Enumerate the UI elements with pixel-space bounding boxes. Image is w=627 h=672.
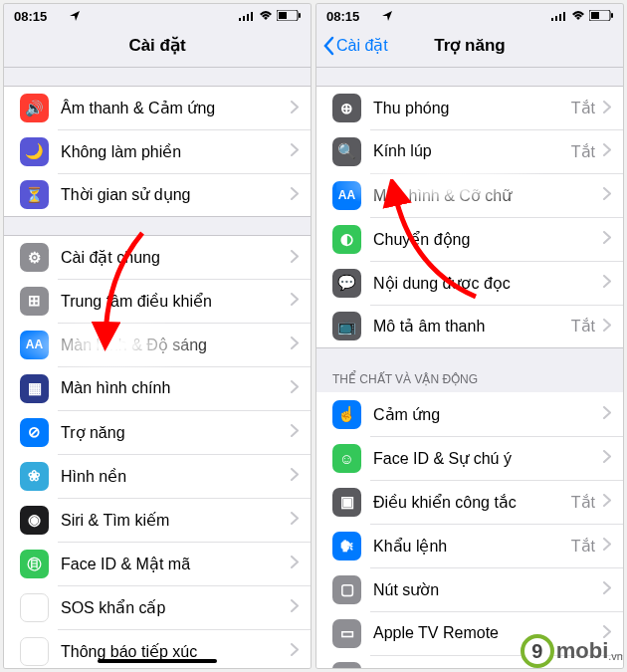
faceatt-icon: ☺ [332,444,361,473]
row-label: Khẩu lệnh [373,537,571,556]
chevron-right-icon [291,336,299,353]
settings-row-dnd[interactable]: 🌙Không làm phiền [4,129,311,173]
row-label: Chuyển động [373,230,603,249]
settings-row-displaytext[interactable]: AAMàn hình & Cỡ chữ [316,173,623,217]
settings-row-screentime[interactable]: ⏳Thời gian sử dụng [4,173,311,217]
chevron-right-icon [603,230,611,248]
settings-row-zoom[interactable]: ⊕Thu phóngTắt [316,86,623,129]
row-label: Face ID & Mật mã [61,555,291,573]
svg-rect-3 [251,12,253,21]
sidebtn-icon: ▢ [332,575,361,604]
settings-row-wallpaper[interactable]: ❀Hình nền [4,454,311,498]
row-label: Màn hình & Cỡ chữ [373,186,603,205]
settings-row-accessibility[interactable]: ⊘Trợ năng [4,410,311,454]
settings-row-touch[interactable]: ☝Cảm ứng [316,392,623,436]
row-label: Face ID & Sự chú ý [373,449,603,468]
sos-icon: SOS [20,593,49,622]
row-label: Thông báo tiếp xúc [61,642,291,661]
settings-row-displaytext[interactable]: AAMàn hình & Độ sáng [4,323,311,366]
row-label: Màn hình chính [61,379,291,397]
signal-icon [551,9,567,24]
settings-row-switch[interactable]: ▣Điều khiển công tắcTắt [316,480,623,524]
settings-list[interactable]: 🔊Âm thanh & Cảm ứng🌙Không làm phiền⏳Thời… [4,86,311,668]
svg-rect-13 [591,12,599,19]
settings-row-sound[interactable]: 🔊Âm thanh & Cảm ứng [4,86,311,129]
svg-rect-1 [243,16,245,21]
row-label: SOS khẩn cấp [61,598,291,617]
row-detail: Tắt [571,142,595,161]
row-label: Siri & Tìm kiếm [61,511,291,530]
chevron-right-icon [291,142,299,160]
sound-icon: 🔊 [20,94,49,122]
row-label: Điều khiển công tắc [373,493,571,512]
chevron-right-icon [291,249,299,267]
settings-row-siri[interactable]: ◉Siri & Tìm kiếm [4,498,311,542]
settings-row-sos[interactable]: SOSSOS khẩn cấp [4,585,311,629]
settings-row-voice[interactable]: 🗣Khẩu lệnhTắt [316,524,623,567]
row-label: Thu phóng [373,100,571,117]
zoom-icon: ⊕ [332,94,361,122]
chevron-right-icon [291,555,299,572]
group-header: THỂ CHẤT VÀ VẬN ĐỘNG [316,366,623,392]
row-label: Màn hình & Độ sáng [61,336,291,354]
navbar: Cài đặt [4,24,311,68]
status-bar: 08:15 [4,4,311,24]
screentime-icon: ⏳ [20,180,49,209]
displaytext-icon: AA [332,181,361,210]
svg-rect-8 [555,16,557,21]
homescreen-icon: ▦ [20,374,49,403]
motion-icon: ◐ [332,225,361,254]
appletv-icon: ▭ [332,619,361,648]
page-title: Cài đặt [128,35,185,56]
status-time: 08:15 [14,9,66,24]
settings-row-magnifier[interactable]: 🔍Kính lúpTắt [316,129,623,173]
audiodesc-icon: 📺 [332,312,361,340]
accessibility-icon: ⊘ [20,418,49,447]
chevron-right-icon [603,186,611,204]
settings-row-faceatt[interactable]: ☺Face ID & Sự chú ý [316,436,623,480]
svg-rect-7 [551,18,553,21]
chevron-right-icon [291,642,299,660]
settings-row-spoken[interactable]: 💬Nội dung được đọc [316,261,623,305]
row-detail: Tắt [571,493,595,512]
settings-row-audiodesc[interactable]: 📺Mô tả âm thanhTắt [316,305,623,348]
row-label: Trợ năng [61,423,291,442]
wifi-icon [571,9,585,24]
chevron-right-icon [291,467,299,485]
chevron-right-icon [291,100,299,117]
status-bar: 08:15 [316,4,623,24]
row-label: Cài đặt chung [61,248,291,267]
wallpaper-icon: ❀ [20,462,49,491]
row-label: Nút sườn [373,580,603,599]
svg-rect-9 [559,14,561,21]
general-icon: ⚙︎ [20,243,49,272]
row-label: Mô tả âm thanh [373,317,571,336]
settings-row-homescreen[interactable]: ▦Màn hình chính [4,366,311,410]
svg-rect-12 [611,13,613,18]
row-label: Âm thanh & Cảm ứng [61,99,291,117]
accessibility-list[interactable]: ⊕Thu phóngTắt🔍Kính lúpTắtAAMàn hình & Cỡ… [316,86,623,668]
chevron-right-icon [603,318,611,336]
settings-row-controlcenter[interactable]: ⊞Trung tâm điều khiển [4,279,311,323]
settings-row-sidebtn[interactable]: ▢Nút sườn [316,567,623,611]
touch-icon: ☝ [332,400,361,429]
back-label: Cài đặt [336,36,388,55]
faceid-icon: ㊐ [20,550,49,578]
magnifier-icon: 🔍 [332,137,361,166]
displaytext-icon: AA [20,331,49,359]
back-button[interactable]: Cài đặt [322,36,388,56]
settings-row-general[interactable]: ⚙︎Cài đặt chung [4,235,311,279]
status-time: 08:15 [326,9,378,24]
settings-row-faceid[interactable]: ㊐Face ID & Mật mã [4,542,311,585]
dnd-icon: 🌙 [20,137,49,166]
settings-row-motion[interactable]: ◐Chuyển động [316,217,623,261]
accessibility-screen: 08:15 Cài đặt Trợ năng ⊕Thu phóngTắt🔍Kín… [316,4,623,668]
battery-icon [589,9,613,24]
chevron-right-icon [291,186,299,204]
chevron-right-icon [291,379,299,397]
page-title: Trợ năng [434,35,505,56]
home-indicator[interactable] [98,659,217,663]
chevron-right-icon [603,449,611,467]
voice-icon: 🗣 [332,532,361,560]
battery-icon [277,9,301,24]
